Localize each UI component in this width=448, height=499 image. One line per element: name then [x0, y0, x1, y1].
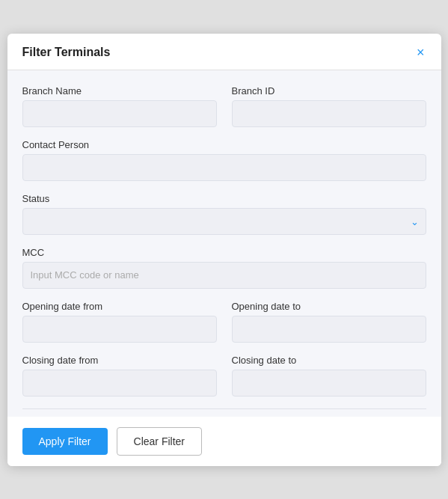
branch-name-group: Branch Name: [22, 85, 217, 127]
modal-footer: Apply Filter Clear Filter: [7, 417, 441, 466]
branch-id-input[interactable]: [232, 100, 426, 127]
apply-filter-button[interactable]: Apply Filter: [22, 428, 108, 455]
status-select[interactable]: Active Inactive: [22, 208, 426, 235]
contact-row: Contact Person: [22, 139, 426, 181]
closing-date-from-label: Closing date from: [22, 355, 217, 366]
branch-name-input[interactable]: [22, 100, 217, 127]
opening-date-from-group: Opening date from: [22, 301, 217, 343]
status-group: Status Active Inactive ⌄: [22, 193, 426, 235]
status-select-wrapper: Active Inactive ⌄: [22, 208, 426, 235]
opening-date-to-group: Opening date to: [232, 301, 426, 343]
opening-date-row: Opening date from Opening date to: [22, 301, 426, 343]
modal-title: Filter Terminals: [22, 46, 111, 59]
closing-date-from-input[interactable]: [22, 370, 217, 397]
modal-body: Branch Name Branch ID Contact Person Sta…: [7, 70, 441, 417]
clear-filter-button[interactable]: Clear Filter: [117, 427, 202, 456]
closing-date-to-label: Closing date to: [232, 355, 426, 366]
closing-date-to-group: Closing date to: [232, 355, 426, 397]
closing-date-to-input[interactable]: [232, 370, 426, 397]
closing-date-row: Closing date from Closing date to: [22, 355, 426, 397]
branch-name-label: Branch Name: [22, 85, 217, 97]
branch-id-group: Branch ID: [232, 85, 426, 127]
modal-header: Filter Terminals ×: [7, 34, 441, 70]
opening-date-to-input[interactable]: [232, 316, 426, 343]
mcc-label: MCC: [22, 247, 426, 258]
status-label: Status: [22, 193, 426, 204]
branch-row: Branch Name Branch ID: [22, 85, 426, 127]
opening-date-to-label: Opening date to: [232, 301, 426, 312]
contact-person-label: Contact Person: [22, 139, 426, 150]
close-button[interactable]: ×: [415, 46, 426, 59]
mcc-group: MCC: [22, 247, 426, 289]
opening-date-from-label: Opening date from: [22, 301, 217, 312]
mcc-input[interactable]: [22, 262, 426, 289]
contact-person-input[interactable]: [22, 154, 426, 181]
footer-divider: [22, 408, 426, 409]
closing-date-from-group: Closing date from: [22, 355, 217, 397]
filter-terminals-modal: Filter Terminals × Branch Name Branch ID…: [7, 34, 441, 466]
status-row: Status Active Inactive ⌄: [22, 193, 426, 235]
mcc-row: MCC: [22, 247, 426, 289]
branch-id-label: Branch ID: [232, 85, 426, 97]
contact-person-group: Contact Person: [22, 139, 426, 181]
opening-date-from-input[interactable]: [22, 316, 217, 343]
